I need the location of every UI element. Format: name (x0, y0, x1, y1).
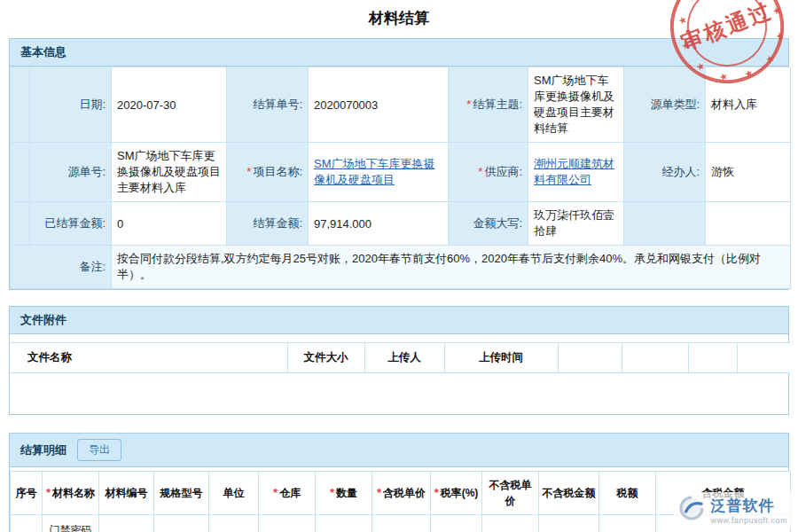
attachments-header: 文件附件 (10, 307, 788, 334)
col-tax-amount: 税额 (599, 472, 656, 515)
col-tax-rate: *税率(%) (431, 472, 482, 515)
row-stub (11, 143, 30, 202)
required-marker: * (434, 486, 439, 499)
required-marker: * (478, 165, 482, 178)
col-empty (622, 343, 688, 373)
cell-seq: 1 (11, 515, 43, 532)
project-value: SM广场地下车库更换摄像机及硬盘项目 (309, 143, 449, 202)
cell-tax-amount (599, 515, 656, 532)
table-header-row: 文件名称 文件大小 上传人 上传时间 (10, 343, 790, 373)
details-section: 结算明细 导出 序号 *材料名称 材料编号 规格型号 单位 *仓库 *数量 *含… (9, 433, 789, 532)
col-spec-model: 规格型号 (154, 472, 209, 515)
required-marker: * (466, 98, 471, 111)
table-row: 已结算金额: 0 结算金额: 97,914.000 金额大写: 玖万柒仟玖佰壹拾… (11, 202, 791, 246)
table-row: 日期: 2020-07-30 结算单号: 2020070003 *结算主题: S… (11, 67, 791, 143)
col-quantity: *数量 (316, 472, 372, 515)
col-file-name: 文件名称 (10, 343, 287, 373)
date-label: 日期: (30, 67, 112, 143)
required-marker: * (330, 486, 334, 499)
brand-watermark: 泛普软件 www.fanpusoft.com (674, 492, 791, 528)
cell-warehouse: 一号仓库 (259, 515, 316, 532)
row-stub (11, 67, 30, 143)
project-label: *项目名称: (227, 143, 309, 202)
cell-material-code (99, 515, 154, 532)
attachments-section: 文件附件 文件名称 文件大小 上传人 上传时间 (9, 306, 789, 415)
cell-material-name: 门禁密码读卡器 (43, 515, 99, 532)
row-stub (11, 202, 30, 246)
col-upload-time: 上传时间 (444, 343, 558, 373)
attachments-title: 文件附件 (20, 312, 66, 328)
col-empty (688, 343, 737, 373)
supplier-link[interactable]: 潮州元顺建筑材料有限公司 (534, 157, 614, 186)
brand-logo-icon (677, 494, 706, 526)
col-uploader: 上传人 (364, 343, 444, 373)
basic-info-table: 日期: 2020-07-30 结算单号: 2020070003 *结算主题: S… (10, 66, 791, 289)
empty-value-cell (706, 202, 791, 246)
amount-caps-value: 玖万柒仟玖佰壹拾肆 (528, 202, 624, 246)
cell-untaxed-price: 67.52 (482, 515, 539, 532)
col-material-code: 材料编号 (99, 472, 154, 515)
source-no-value: SM广场地下车库更换摄像机及硬盘项目主要材料入库 (112, 143, 227, 202)
required-marker: * (246, 165, 251, 178)
col-material-name: *材料名称 (43, 472, 99, 515)
docno-label: 结算单号: (227, 67, 309, 143)
settled-label: 已结算金额: (30, 202, 112, 246)
subject-value: SM广场地下车库更换摄像机及硬盘项目主要材料结算 (528, 67, 624, 143)
cell-unit: 个 (209, 515, 259, 532)
settled-value: 0 (112, 202, 227, 246)
details-title: 结算明细 (20, 442, 66, 458)
col-warehouse: *仓库 (259, 472, 316, 515)
brand-name: 泛普软件 (710, 496, 774, 516)
date-value: 2020-07-30 (112, 67, 227, 143)
docno-value: 2020070003 (309, 67, 449, 143)
col-seq: 序号 (11, 472, 43, 515)
cell-tax-rate: 17.00 (431, 515, 482, 532)
required-marker: * (273, 486, 278, 499)
remark-label: 备注: (11, 246, 112, 289)
remark-value: 按合同付款分段结算,双方约定每月25号对账，2020年春节前支付60%，2020… (112, 246, 791, 289)
cell-quantity: 66.00 (316, 515, 372, 532)
export-button[interactable]: 导出 (77, 439, 121, 461)
basic-info-title: 基本信息 (20, 44, 66, 60)
attachments-table: 文件名称 文件大小 上传人 上传时间 (10, 342, 790, 373)
amount-value: 97,914.000 (309, 202, 449, 246)
required-marker: * (46, 486, 51, 499)
source-no-label: 源单号: (30, 143, 112, 202)
basic-info-section: 基本信息 日期: 2020-07-30 结算单号: 2020070003 *结算… (9, 38, 789, 290)
table-row: 源单号: SM广场地下车库更换摄像机及硬盘项目主要材料入库 *项目名称: SM广… (11, 143, 791, 202)
col-untaxed-price: 不含税单价 (482, 472, 539, 515)
subject-label: *结算主题: (449, 67, 528, 143)
amount-caps-label: 金额大写: (449, 202, 528, 246)
col-unit: 单位 (209, 472, 259, 515)
col-file-size: 文件大小 (287, 343, 364, 373)
cell-taxed-price: 79.00 (372, 515, 431, 532)
project-link[interactable]: SM广场地下车库更换摄像机及硬盘项目 (314, 157, 435, 186)
amount-label: 结算金额: (227, 202, 309, 246)
source-type-label: 源单类型: (624, 67, 706, 143)
attachments-empty-area (10, 373, 788, 414)
details-header: 结算明细 导出 (10, 434, 788, 467)
brand-url: www.fanpusoft.com (710, 516, 787, 525)
col-empty (737, 343, 790, 373)
cell-untaxed-amount: 4,456.41 (539, 515, 599, 532)
agent-label: 经办人: (624, 143, 706, 202)
table-row: 备注: 按合同付款分段结算,双方约定每月25号对账，2020年春节前支付60%，… (11, 246, 791, 289)
cell-spec-model: 8610RCK (154, 515, 209, 532)
col-untaxed-amount: 不含税金额 (539, 472, 599, 515)
supplier-label: *供应商: (449, 143, 528, 202)
supplier-value: 潮州元顺建筑材料有限公司 (528, 143, 624, 202)
agent-value: 游恢 (706, 143, 791, 202)
page-title: 材料结算 (0, 0, 798, 38)
col-empty (558, 343, 622, 373)
source-type-value: 材料入库 (706, 67, 791, 143)
col-taxed-price: *含税单价 (372, 472, 431, 515)
empty-label-cell (624, 202, 706, 246)
basic-info-header: 基本信息 (10, 39, 788, 66)
required-marker: * (377, 486, 381, 499)
